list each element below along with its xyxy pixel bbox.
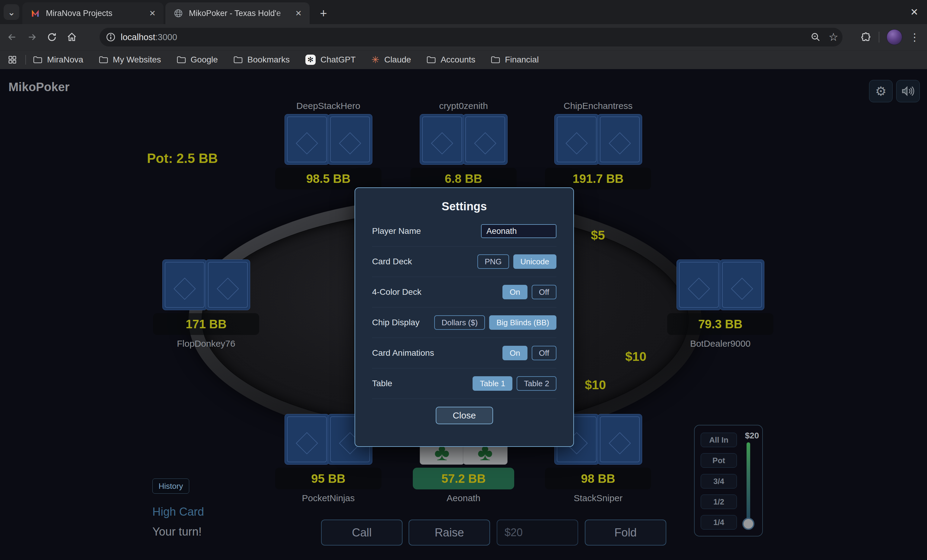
card-back-diamond bbox=[339, 132, 361, 155]
chip-bigblinds-button[interactable]: Big Blinds (BB) bbox=[489, 315, 556, 330]
zoom-icon[interactable] bbox=[810, 32, 821, 42]
table-select-label: Table bbox=[372, 379, 392, 389]
tab-close-icon[interactable]: ✕ bbox=[295, 9, 302, 18]
globe-icon bbox=[173, 8, 184, 18]
tab-search-chevron-button[interactable]: ⌄ bbox=[4, 4, 19, 20]
bookmark-folder-bookmarks[interactable]: Bookmarks bbox=[234, 55, 290, 65]
animations-off-button[interactable]: Off bbox=[532, 346, 556, 360]
tab-close-icon[interactable]: ✕ bbox=[149, 9, 156, 18]
reload-button[interactable] bbox=[44, 29, 60, 45]
pot-button[interactable]: Pot bbox=[701, 453, 737, 468]
quarter-button[interactable]: 1/4 bbox=[701, 515, 737, 530]
sound-button[interactable] bbox=[896, 80, 920, 102]
card-back bbox=[328, 114, 372, 165]
bookmark-star-icon[interactable]: ☆ bbox=[829, 32, 838, 42]
forward-button[interactable] bbox=[24, 29, 40, 45]
apps-grid-icon[interactable] bbox=[8, 55, 17, 64]
bet-slider-track[interactable] bbox=[746, 442, 750, 523]
bet-slider-thumb[interactable] bbox=[742, 518, 754, 530]
card-back-diamond bbox=[688, 278, 710, 300]
chip-dollars-button[interactable]: Dollars ($) bbox=[434, 315, 485, 330]
modal-close-button[interactable]: Close bbox=[436, 407, 493, 424]
card-back-diamond bbox=[296, 432, 318, 454]
speaker-icon bbox=[901, 85, 915, 97]
bet-amount: $10 bbox=[585, 378, 606, 392]
browser-menu-kebab-icon[interactable]: ⋮ bbox=[909, 31, 920, 43]
raise-button[interactable]: Raise bbox=[409, 519, 490, 545]
bookmark-folder-accounts[interactable]: Accounts bbox=[427, 55, 475, 65]
bookmark-folder-miranova[interactable]: MiraNova bbox=[33, 55, 83, 65]
bet-amount: $5 bbox=[591, 228, 605, 243]
player-stack: 6.8 BB bbox=[410, 168, 517, 190]
tab-mikopoker[interactable]: MikoPoker - Texas Hold'e ✕ bbox=[166, 2, 310, 24]
four-color-on-button[interactable]: On bbox=[502, 285, 527, 299]
all-in-button[interactable]: All In bbox=[701, 433, 737, 447]
folder-icon bbox=[99, 56, 108, 64]
player-name: Aeonath bbox=[447, 494, 480, 503]
address-bar[interactable]: localhost:3000 ☆ bbox=[100, 28, 842, 47]
card-animations-label: Card Animations bbox=[372, 348, 434, 358]
miranova-logo-icon bbox=[30, 8, 40, 18]
settings-button[interactable]: ⚙ bbox=[869, 80, 893, 102]
bookmark-folder-my-websites[interactable]: My Websites bbox=[99, 55, 161, 65]
animations-on-button[interactable]: On bbox=[502, 346, 527, 360]
tab-miranova[interactable]: MiraNova Projects ✕ bbox=[22, 2, 164, 24]
page-title: MikoPoker bbox=[8, 80, 69, 94]
card-back-diamond bbox=[431, 132, 453, 155]
home-icon bbox=[67, 32, 77, 42]
player-name: StackSniper bbox=[574, 494, 623, 503]
bookmark-claude[interactable]: ✳ Claude bbox=[371, 55, 411, 65]
chevron-down-icon: ⌄ bbox=[8, 7, 15, 18]
toolbar-separator bbox=[879, 32, 879, 42]
three-quarters-button[interactable]: 3/4 bbox=[701, 474, 737, 489]
fold-button[interactable]: Fold bbox=[585, 519, 666, 545]
profile-avatar[interactable] bbox=[887, 29, 902, 45]
card-back-diamond bbox=[217, 278, 239, 300]
extensions-icon[interactable] bbox=[861, 32, 871, 42]
deck-png-button[interactable]: PNG bbox=[477, 254, 509, 269]
tab-bar: ⌄ MiraNova Projects ✕ MikoPoker - Texas … bbox=[0, 0, 927, 24]
table-2-button[interactable]: Table 2 bbox=[517, 376, 556, 391]
call-button[interactable]: Call bbox=[321, 519, 403, 545]
bet-amount-input[interactable] bbox=[497, 519, 578, 545]
screen: ⌄ MiraNova Projects ✕ MikoPoker - Texas … bbox=[0, 0, 927, 560]
deck-unicode-button[interactable]: Unicode bbox=[513, 254, 556, 269]
window-close-button[interactable]: ✕ bbox=[907, 5, 922, 19]
half-button[interactable]: 1/2 bbox=[701, 495, 737, 509]
player-cards bbox=[676, 260, 764, 310]
four-color-off-button[interactable]: Off bbox=[532, 285, 556, 299]
claude-logo-icon: ✳ bbox=[371, 55, 380, 65]
card-back bbox=[554, 114, 599, 165]
bookmarks-separator bbox=[25, 55, 26, 65]
bookmark-folder-google[interactable]: Google bbox=[177, 55, 218, 65]
back-button[interactable] bbox=[4, 29, 20, 45]
card-back-diamond bbox=[296, 132, 318, 155]
player-cards bbox=[554, 114, 642, 165]
modal-title: Settings bbox=[372, 200, 556, 213]
bookmark-chatgpt[interactable]: ✻ ChatGPT bbox=[305, 55, 356, 65]
player-stack: 191.7 BB bbox=[545, 168, 651, 190]
home-button[interactable] bbox=[64, 29, 80, 45]
card-animations-row: Card Animations On Off bbox=[372, 338, 556, 369]
player-name: crypt0zenith bbox=[439, 102, 488, 111]
card-deck-row: Card Deck PNG Unicode bbox=[372, 246, 556, 277]
history-button[interactable]: History bbox=[152, 478, 189, 494]
player-name-input[interactable] bbox=[481, 224, 556, 238]
site-info-icon bbox=[106, 32, 116, 42]
settings-modal: Settings Player Name Card Deck PNG Unico… bbox=[354, 187, 574, 447]
seat-botdealer9000: 79.3 BB BotDealer9000 bbox=[666, 260, 775, 348]
chip-display-row: Chip Display Dollars ($) Big Blinds (BB) bbox=[372, 308, 556, 338]
new-tab-button[interactable]: + bbox=[316, 6, 331, 21]
bookmark-folder-financial[interactable]: Financial bbox=[491, 55, 539, 65]
folder-icon bbox=[33, 56, 42, 64]
card-deck-label: Card Deck bbox=[372, 257, 412, 266]
browser-toolbar: localhost:3000 ☆ ⋮ bbox=[0, 24, 927, 50]
turn-status: Your turn! bbox=[152, 525, 202, 538]
card-back bbox=[597, 114, 642, 165]
card-back bbox=[676, 260, 721, 310]
table-1-button[interactable]: Table 1 bbox=[473, 376, 512, 391]
four-color-deck-row: 4-Color Deck On Off bbox=[372, 277, 556, 308]
card-back bbox=[284, 414, 329, 464]
player-name: DeepStackHero bbox=[296, 102, 360, 111]
player-stack: 98.5 BB bbox=[275, 168, 381, 190]
